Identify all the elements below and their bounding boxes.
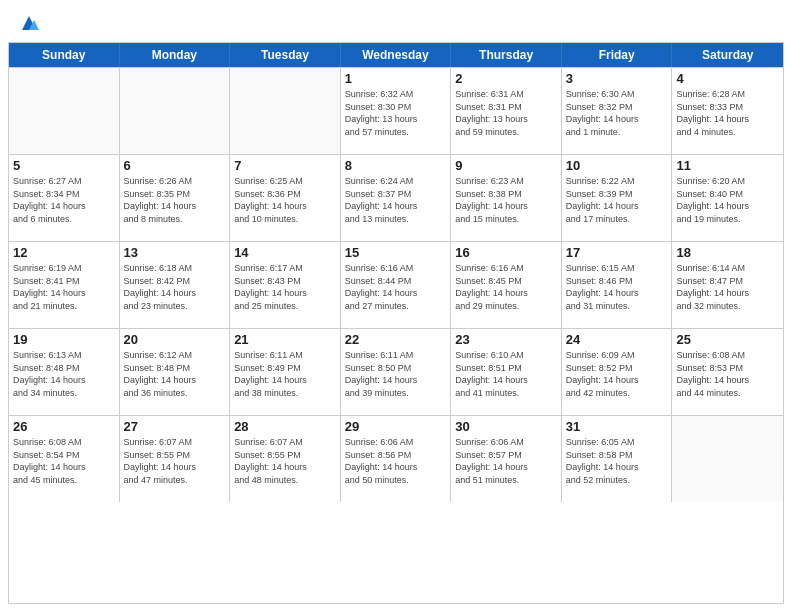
calendar-cell: 25Sunrise: 6:08 AM Sunset: 8:53 PM Dayli… xyxy=(672,329,783,415)
weekday-header-wednesday: Wednesday xyxy=(341,43,452,67)
day-number: 19 xyxy=(13,332,115,347)
day-info: Sunrise: 6:14 AM Sunset: 8:47 PM Dayligh… xyxy=(676,262,779,312)
day-info: Sunrise: 6:07 AM Sunset: 8:55 PM Dayligh… xyxy=(124,436,226,486)
day-number: 10 xyxy=(566,158,668,173)
day-info: Sunrise: 6:08 AM Sunset: 8:54 PM Dayligh… xyxy=(13,436,115,486)
day-info: Sunrise: 6:08 AM Sunset: 8:53 PM Dayligh… xyxy=(676,349,779,399)
day-info: Sunrise: 6:19 AM Sunset: 8:41 PM Dayligh… xyxy=(13,262,115,312)
day-info: Sunrise: 6:18 AM Sunset: 8:42 PM Dayligh… xyxy=(124,262,226,312)
day-number: 9 xyxy=(455,158,557,173)
day-number: 17 xyxy=(566,245,668,260)
day-info: Sunrise: 6:30 AM Sunset: 8:32 PM Dayligh… xyxy=(566,88,668,138)
day-info: Sunrise: 6:31 AM Sunset: 8:31 PM Dayligh… xyxy=(455,88,557,138)
day-number: 2 xyxy=(455,71,557,86)
calendar-cell: 24Sunrise: 6:09 AM Sunset: 8:52 PM Dayli… xyxy=(562,329,673,415)
day-number: 20 xyxy=(124,332,226,347)
day-info: Sunrise: 6:11 AM Sunset: 8:50 PM Dayligh… xyxy=(345,349,447,399)
calendar-cell: 7Sunrise: 6:25 AM Sunset: 8:36 PM Daylig… xyxy=(230,155,341,241)
day-number: 11 xyxy=(676,158,779,173)
day-info: Sunrise: 6:26 AM Sunset: 8:35 PM Dayligh… xyxy=(124,175,226,225)
calendar-cell: 28Sunrise: 6:07 AM Sunset: 8:55 PM Dayli… xyxy=(230,416,341,502)
calendar-row-5: 26Sunrise: 6:08 AM Sunset: 8:54 PM Dayli… xyxy=(9,415,783,502)
day-number: 23 xyxy=(455,332,557,347)
day-number: 1 xyxy=(345,71,447,86)
calendar-cell: 4Sunrise: 6:28 AM Sunset: 8:33 PM Daylig… xyxy=(672,68,783,154)
calendar-body: 1Sunrise: 6:32 AM Sunset: 8:30 PM Daylig… xyxy=(9,67,783,502)
day-info: Sunrise: 6:10 AM Sunset: 8:51 PM Dayligh… xyxy=(455,349,557,399)
calendar-cell: 15Sunrise: 6:16 AM Sunset: 8:44 PM Dayli… xyxy=(341,242,452,328)
day-number: 27 xyxy=(124,419,226,434)
day-info: Sunrise: 6:24 AM Sunset: 8:37 PM Dayligh… xyxy=(345,175,447,225)
day-number: 14 xyxy=(234,245,336,260)
day-info: Sunrise: 6:23 AM Sunset: 8:38 PM Dayligh… xyxy=(455,175,557,225)
day-number: 26 xyxy=(13,419,115,434)
calendar-cell: 13Sunrise: 6:18 AM Sunset: 8:42 PM Dayli… xyxy=(120,242,231,328)
day-number: 4 xyxy=(676,71,779,86)
day-info: Sunrise: 6:27 AM Sunset: 8:34 PM Dayligh… xyxy=(13,175,115,225)
weekday-header-tuesday: Tuesday xyxy=(230,43,341,67)
day-number: 13 xyxy=(124,245,226,260)
day-number: 24 xyxy=(566,332,668,347)
day-number: 21 xyxy=(234,332,336,347)
calendar-cell: 27Sunrise: 6:07 AM Sunset: 8:55 PM Dayli… xyxy=(120,416,231,502)
calendar-cell: 1Sunrise: 6:32 AM Sunset: 8:30 PM Daylig… xyxy=(341,68,452,154)
calendar-cell: 5Sunrise: 6:27 AM Sunset: 8:34 PM Daylig… xyxy=(9,155,120,241)
day-info: Sunrise: 6:06 AM Sunset: 8:57 PM Dayligh… xyxy=(455,436,557,486)
calendar-cell: 3Sunrise: 6:30 AM Sunset: 8:32 PM Daylig… xyxy=(562,68,673,154)
calendar-cell: 21Sunrise: 6:11 AM Sunset: 8:49 PM Dayli… xyxy=(230,329,341,415)
calendar-cell xyxy=(9,68,120,154)
day-number: 12 xyxy=(13,245,115,260)
day-info: Sunrise: 6:05 AM Sunset: 8:58 PM Dayligh… xyxy=(566,436,668,486)
calendar-cell: 10Sunrise: 6:22 AM Sunset: 8:39 PM Dayli… xyxy=(562,155,673,241)
calendar-cell: 9Sunrise: 6:23 AM Sunset: 8:38 PM Daylig… xyxy=(451,155,562,241)
day-number: 5 xyxy=(13,158,115,173)
calendar-cell: 18Sunrise: 6:14 AM Sunset: 8:47 PM Dayli… xyxy=(672,242,783,328)
day-number: 6 xyxy=(124,158,226,173)
day-number: 30 xyxy=(455,419,557,434)
day-info: Sunrise: 6:09 AM Sunset: 8:52 PM Dayligh… xyxy=(566,349,668,399)
calendar-row-3: 12Sunrise: 6:19 AM Sunset: 8:41 PM Dayli… xyxy=(9,241,783,328)
calendar-cell: 12Sunrise: 6:19 AM Sunset: 8:41 PM Dayli… xyxy=(9,242,120,328)
day-info: Sunrise: 6:25 AM Sunset: 8:36 PM Dayligh… xyxy=(234,175,336,225)
weekday-header-thursday: Thursday xyxy=(451,43,562,67)
day-number: 15 xyxy=(345,245,447,260)
day-info: Sunrise: 6:06 AM Sunset: 8:56 PM Dayligh… xyxy=(345,436,447,486)
logo xyxy=(16,12,40,34)
day-number: 7 xyxy=(234,158,336,173)
calendar-cell: 6Sunrise: 6:26 AM Sunset: 8:35 PM Daylig… xyxy=(120,155,231,241)
day-number: 28 xyxy=(234,419,336,434)
day-info: Sunrise: 6:22 AM Sunset: 8:39 PM Dayligh… xyxy=(566,175,668,225)
calendar-cell: 19Sunrise: 6:13 AM Sunset: 8:48 PM Dayli… xyxy=(9,329,120,415)
calendar-header: SundayMondayTuesdayWednesdayThursdayFrid… xyxy=(9,43,783,67)
day-info: Sunrise: 6:16 AM Sunset: 8:44 PM Dayligh… xyxy=(345,262,447,312)
day-info: Sunrise: 6:07 AM Sunset: 8:55 PM Dayligh… xyxy=(234,436,336,486)
day-number: 22 xyxy=(345,332,447,347)
weekday-header-friday: Friday xyxy=(562,43,673,67)
day-info: Sunrise: 6:32 AM Sunset: 8:30 PM Dayligh… xyxy=(345,88,447,138)
calendar: SundayMondayTuesdayWednesdayThursdayFrid… xyxy=(8,42,784,604)
calendar-cell: 16Sunrise: 6:16 AM Sunset: 8:45 PM Dayli… xyxy=(451,242,562,328)
day-info: Sunrise: 6:16 AM Sunset: 8:45 PM Dayligh… xyxy=(455,262,557,312)
calendar-cell: 26Sunrise: 6:08 AM Sunset: 8:54 PM Dayli… xyxy=(9,416,120,502)
calendar-cell: 20Sunrise: 6:12 AM Sunset: 8:48 PM Dayli… xyxy=(120,329,231,415)
weekday-header-saturday: Saturday xyxy=(672,43,783,67)
day-info: Sunrise: 6:12 AM Sunset: 8:48 PM Dayligh… xyxy=(124,349,226,399)
day-info: Sunrise: 6:17 AM Sunset: 8:43 PM Dayligh… xyxy=(234,262,336,312)
calendar-cell: 29Sunrise: 6:06 AM Sunset: 8:56 PM Dayli… xyxy=(341,416,452,502)
calendar-cell xyxy=(672,416,783,502)
day-info: Sunrise: 6:11 AM Sunset: 8:49 PM Dayligh… xyxy=(234,349,336,399)
calendar-row-1: 1Sunrise: 6:32 AM Sunset: 8:30 PM Daylig… xyxy=(9,67,783,154)
calendar-cell: 8Sunrise: 6:24 AM Sunset: 8:37 PM Daylig… xyxy=(341,155,452,241)
day-info: Sunrise: 6:20 AM Sunset: 8:40 PM Dayligh… xyxy=(676,175,779,225)
day-info: Sunrise: 6:28 AM Sunset: 8:33 PM Dayligh… xyxy=(676,88,779,138)
day-info: Sunrise: 6:13 AM Sunset: 8:48 PM Dayligh… xyxy=(13,349,115,399)
day-number: 25 xyxy=(676,332,779,347)
calendar-cell: 31Sunrise: 6:05 AM Sunset: 8:58 PM Dayli… xyxy=(562,416,673,502)
weekday-header-sunday: Sunday xyxy=(9,43,120,67)
calendar-cell xyxy=(120,68,231,154)
header xyxy=(0,0,792,42)
day-number: 31 xyxy=(566,419,668,434)
logo-icon xyxy=(18,12,40,34)
calendar-row-4: 19Sunrise: 6:13 AM Sunset: 8:48 PM Dayli… xyxy=(9,328,783,415)
day-number: 29 xyxy=(345,419,447,434)
